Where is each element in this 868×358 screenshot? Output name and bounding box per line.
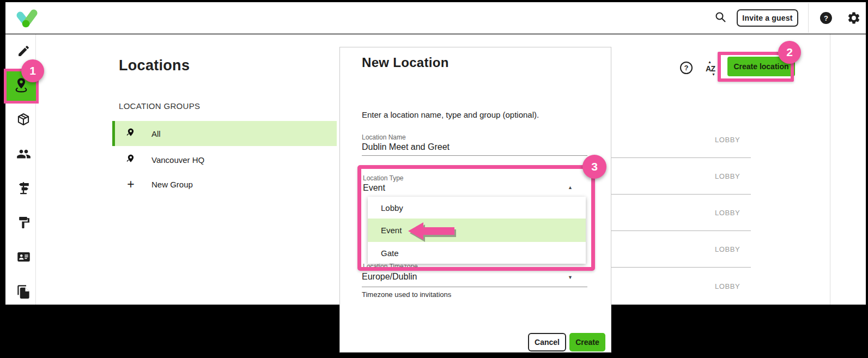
highlight-rect-step3 (357, 165, 595, 271)
table-row[interactable]: LOBBY (611, 195, 751, 231)
topbar: Invite a guest ? (5, 2, 866, 34)
location-pin-icon (124, 154, 137, 166)
sidebar-item-people[interactable] (16, 148, 31, 162)
step-badge-1: 1 (21, 59, 44, 82)
location-groups-header: LOCATION GROUPS (119, 101, 200, 111)
create-button[interactable]: Create (569, 333, 605, 351)
locations-table: LOBBY LOBBY LOBBY LOBBY LOBBY (611, 122, 751, 304)
sort-up-caret-icon: ▲ (708, 60, 712, 64)
package-box-icon (16, 112, 31, 129)
invite-guest-button[interactable]: Invite a guest (737, 9, 798, 27)
content-right-divider (830, 34, 830, 305)
signpost-icon (16, 181, 31, 197)
new-group-button[interactable]: + New Group (112, 173, 337, 196)
sidebar-item-badges[interactable] (16, 251, 31, 265)
field-underline (362, 155, 587, 156)
location-type-cell: LOBBY (715, 209, 740, 217)
paint-roller-icon (17, 216, 31, 232)
timezone-helper-text: Timezone used to invitations (362, 290, 451, 299)
help-outline-icon[interactable]: ? (680, 62, 693, 74)
location-type-cell: LOBBY (715, 136, 740, 144)
group-label: Vancouver HQ (151, 155, 204, 165)
location-name-input[interactable]: Dublin Meet and Greet (362, 142, 450, 152)
gear-icon[interactable] (847, 11, 861, 25)
app-window: Invite a guest ? (0, 0, 868, 358)
expand-caret-icon[interactable]: ▼ (568, 275, 573, 280)
group-item-all[interactable]: All (112, 121, 337, 146)
location-type-cell: LOBBY (715, 282, 740, 290)
step-badge-2: 2 (778, 41, 801, 64)
brand-logo-icon (15, 9, 39, 34)
people-icon (16, 147, 31, 163)
location-pin-icon (124, 128, 137, 139)
new-group-label: New Group (151, 180, 193, 189)
sidebar-item-signpost[interactable] (16, 182, 31, 196)
cancel-button[interactable]: Cancel (528, 333, 566, 351)
location-type-cell: LOBBY (715, 172, 740, 180)
table-row[interactable]: LOBBY (611, 231, 751, 268)
sidebar-item-invitations[interactable] (16, 45, 31, 59)
plus-icon: + (124, 179, 137, 190)
sidebar-item-branding[interactable] (16, 216, 31, 230)
search-icon[interactable] (711, 8, 730, 26)
table-row[interactable]: LOBBY (611, 122, 751, 158)
pen-icon (17, 44, 31, 60)
modal-instruction: Enter a location name, type and group (o… (362, 110, 539, 119)
documents-icon (16, 284, 31, 301)
sidebar-item-packages[interactable] (16, 113, 31, 128)
table-row[interactable]: LOBBY (611, 158, 751, 195)
group-item-vancouver-hq[interactable]: Vancouver HQ (112, 148, 337, 171)
location-timezone-select[interactable]: Europe/Dublin (362, 272, 417, 282)
sidebar-item-documents[interactable] (16, 286, 31, 300)
help-icon[interactable]: ? (820, 12, 832, 24)
field-underline (362, 287, 587, 287)
sort-down-caret-icon: ▼ (712, 72, 715, 76)
step-badge-3: 3 (582, 155, 606, 179)
sort-az-letters: AZ (706, 64, 715, 73)
page-title: Locations (119, 57, 190, 74)
contact-card-icon (16, 250, 31, 266)
table-row[interactable]: LOBBY (611, 268, 751, 304)
group-label: All (151, 129, 161, 138)
location-name-label: Location Name (362, 134, 406, 141)
location-type-cell: LOBBY (715, 245, 740, 253)
topbar-divider (808, 3, 809, 33)
modal-title: New Location (362, 55, 449, 70)
